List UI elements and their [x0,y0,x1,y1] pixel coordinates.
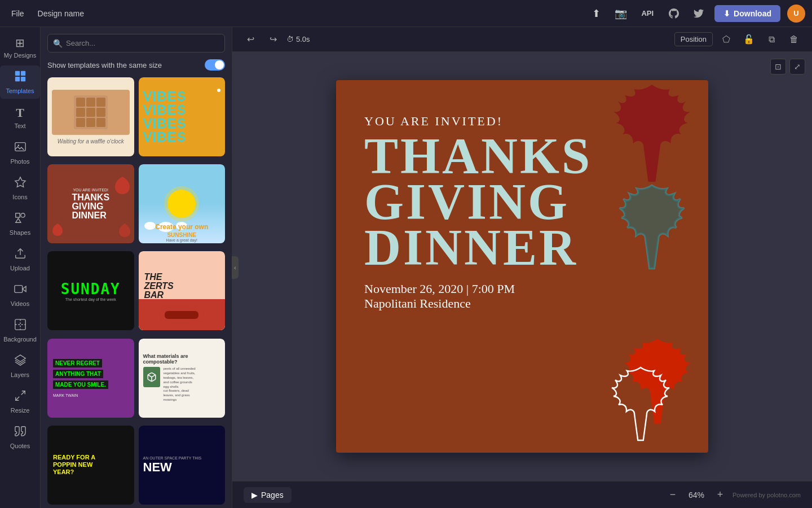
zoom-value: 64% [685,491,708,500]
sidebar-item-quotes[interactable]: Quotes [0,421,40,454]
play-icon: ▶ [251,491,258,500]
twitter-icon[interactable] [690,5,708,23]
same-size-toggle[interactable] [205,59,225,71]
file-menu[interactable]: File [7,7,29,20]
sidebar-item-resize[interactable]: Resize [0,385,40,418]
templates-icon [14,70,27,85]
videos-icon [14,283,27,298]
search-input-wrap: 🔍 [47,34,225,52]
template-card-outer[interactable]: AN OUTER SPACE PARTY THIS NEW [139,426,226,508]
sidebar-label-resize: Resize [11,407,30,414]
lock-icon[interactable]: 🔓 [740,30,758,49]
redo-button[interactable]: ↪ [264,30,282,49]
download-button[interactable]: ⬇ Download [714,5,780,22]
editor-toolbar: ↩ ↪ ⏱ 5.0s Position ⬠ 🔓 ⧉ 🗑 [232,27,812,52]
canvas-dinner-text[interactable]: DINNER [364,225,592,270]
left-panel: 🔍 Show templates with the same size [41,27,232,508]
sidebar-label-background: Background [3,336,37,343]
zoom-out-button[interactable]: − [665,487,681,503]
svg-line-15 [15,397,19,400]
templates-grid: Waiting for a waffle o'clock VIBES VIBES… [41,77,232,508]
quotes-icon [14,425,27,440]
svg-marker-6 [15,177,25,187]
sidebar-label-layers: Layers [11,371,29,378]
sidebar-item-shapes[interactable]: Shapes [0,207,40,240]
search-icon: 🔍 [53,39,63,48]
template-card-thanksgiving[interactable]: YOU ARE INVITED! THANKSGIVINGDINNER [47,164,134,251]
sidebar-narrow: ⊞ My Designs Templates T Text Photos Ico… [0,27,41,508]
canvas-venue-text[interactable]: Napolitani Residence [364,296,592,311]
leaf-mid-right [612,182,691,272]
fit-to-screen-button[interactable]: ⊡ [770,59,786,75]
search-input[interactable] [47,34,225,52]
download-icon: ⬇ [723,9,730,18]
sidebar-label-shapes: Shapes [10,229,30,236]
my-designs-icon: ⊞ [15,36,25,50]
svg-marker-13 [15,355,25,362]
pentagon-icon[interactable]: ⬠ [717,30,735,49]
canvas-date-text[interactable]: November 26, 2020 | 7:00 PM [364,282,592,296]
topbar-icons: ⬆ 📷 API ⬇ Download U [587,5,805,23]
pages-label: Pages [261,491,284,500]
template-card-vibes[interactable]: VIBES VIBES VIBES VIBES [139,77,226,164]
sidebar-item-background[interactable]: Background [0,314,40,347]
shapes-icon [14,212,27,227]
fullscreen-button[interactable]: ⤢ [789,59,805,75]
sidebar-label-templates: Templates [6,87,34,94]
zoom-in-button[interactable]: + [712,487,728,503]
layers-icon [14,354,27,369]
template-card-never[interactable]: NEVER REGRET ANYTHING THAT MADE YOU SMIL… [47,339,134,426]
toggle-label: Show templates with the same size [47,61,162,69]
sidebar-label-photos: Photos [10,158,29,165]
avatar[interactable]: U [787,5,805,23]
sidebar-item-photos[interactable]: Photos [0,136,40,169]
bottom-bar: ▶ Pages − 64% + Powered by polotno.com [232,481,812,508]
main-layout: ⊞ My Designs Templates T Text Photos Ico… [0,27,812,508]
timer-value: 5.0s [296,35,310,43]
sidebar-item-layers[interactable]: Layers [0,349,40,383]
design-canvas[interactable]: YOU ARE INVITED! THANKS GIVING DINNER No… [336,80,708,453]
sidebar-label-text: Text [14,122,25,129]
canvas-controls: ⊡ ⤢ [770,59,805,75]
delete-icon[interactable]: 🗑 [785,30,803,49]
toggle-row: Show templates with the same size [41,59,232,77]
svg-rect-2 [15,77,19,81]
icons-icon [14,176,27,191]
github-icon[interactable] [665,5,683,23]
position-button[interactable]: Position [674,32,713,46]
template-card-compost[interactable]: What materials arecompostable? peels of … [139,339,226,426]
canvas-giving-text[interactable]: GIVING [364,179,592,225]
topbar: File Design name ⬆ 📷 API ⬇ Download U [0,0,812,27]
canvas-area[interactable]: ⊡ ⤢ [232,52,812,481]
collapse-handle[interactable]: ‹ [232,256,239,279]
template-card-zerts[interactable]: THEZERTSBAR Satisfy yoursweet cravings [139,251,226,338]
svg-line-14 [21,391,24,395]
svg-rect-1 [20,71,25,76]
sidebar-item-my-designs[interactable]: ⊞ My Designs [0,32,40,63]
editor-area: ↩ ↪ ⏱ 5.0s Position ⬠ 🔓 ⧉ 🗑 ⊡ ⤢ [232,27,812,508]
timer-badge: ⏱ 5.0s [286,35,310,43]
template-card-sunshine[interactable]: Create your ownSUNSHINE Have a great day… [139,164,226,251]
sidebar-item-upload[interactable]: Upload [0,243,40,276]
svg-rect-3 [20,77,25,81]
search-bar: 🔍 [41,27,232,59]
api-label[interactable]: API [637,7,658,20]
pages-button[interactable]: ▶ Pages [244,487,292,503]
undo-button[interactable]: ↩ [241,30,259,49]
sidebar-item-templates[interactable]: Templates [0,65,40,99]
svg-rect-7 [15,213,19,217]
canvas-thanks-text[interactable]: THANKS [364,133,592,179]
sidebar-item-text[interactable]: T Text [0,101,40,134]
template-card-sunday[interactable]: SUNDAY The shortest day of the week [47,251,134,338]
camera-icon[interactable]: 📷 [612,5,630,23]
duplicate-icon[interactable]: ⧉ [762,30,780,49]
powered-by: Powered by polotno.com [732,492,801,498]
sidebar-item-icons[interactable]: Icons [0,172,40,205]
template-card-poppin[interactable]: READY FOR APOPPIN NEWYEAR? [47,426,134,508]
sidebar-item-videos[interactable]: Videos [0,278,40,312]
text-icon: T [16,106,24,120]
template-card-waffle[interactable]: Waiting for a waffle o'clock [47,77,134,164]
cloud-upload-icon[interactable]: ⬆ [587,5,605,23]
canvas-text-area: YOU ARE INVITED! THANKS GIVING DINNER No… [364,114,592,311]
design-title[interactable]: Design name [38,9,579,18]
